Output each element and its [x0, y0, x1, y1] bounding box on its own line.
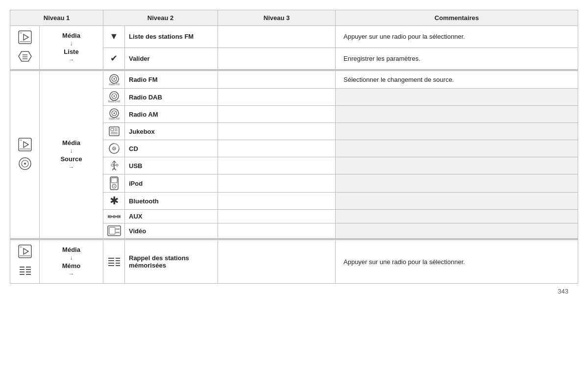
niveau2-label: Vidéo [129, 227, 146, 235]
niveau2-label-cell: Radio AM [125, 106, 218, 123]
svg-point-40 [116, 164, 118, 166]
niveau2-label: iPod [129, 180, 143, 187]
svg-rect-57 [109, 227, 115, 234]
commentaire-cell: Sélectionner le changement de source. [336, 71, 578, 89]
niveau1-icons-cell [10, 71, 40, 239]
commentaire-cell: Enregistrer les paramètres. [336, 48, 578, 70]
niveau3-cell [218, 48, 336, 70]
niveau2-icon-cell: Radio AM [103, 106, 125, 123]
niveau2-label: Bluetooth [129, 197, 159, 205]
niveau1-label2: Mémo [62, 262, 81, 270]
row-icon: ✔ [105, 53, 122, 64]
main-table: Niveau 1 Niveau 2 Niveau 3 Commentaires [10, 10, 578, 284]
row-icon: Radio FM [105, 74, 122, 86]
niveau2-label: Radio FM [129, 76, 158, 83]
commentaire-cell [336, 223, 578, 239]
niveau2-label-cell: Radio FM [125, 71, 218, 89]
niveau1-label1: Média [62, 139, 80, 147]
svg-text:Radio FM: Radio FM [109, 83, 120, 86]
niveau2-label-cell: Bluetooth [125, 193, 218, 210]
niveau2-label-cell: iPod [125, 174, 218, 193]
niveau1-label-cell: Média ↓ Mémo → [40, 240, 103, 284]
svg-point-21 [113, 96, 115, 97]
niveau3-cell [218, 174, 336, 193]
niveau1-label1: Média [62, 246, 80, 253]
niveau1-label1: Média [62, 32, 80, 39]
svg-rect-39 [111, 164, 114, 166]
svg-point-25 [113, 113, 115, 114]
niveau1-label2: Source [60, 155, 82, 163]
niveau2-icon-cell [103, 240, 125, 284]
niveau2-label: Rappel des stations mémorisées [129, 254, 189, 269]
niveau1-arrow: ↓ [70, 147, 73, 154]
niveau2-label-cell: Radio DAB [125, 89, 218, 106]
niveau1-arrow2: → [69, 56, 74, 63]
commentaire-cell [336, 210, 578, 223]
niveau2-icon-cell: ✔ [103, 48, 125, 70]
svg-marker-67 [24, 248, 28, 254]
media-icon [18, 244, 32, 260]
niveau2-icon-cell [103, 157, 125, 174]
niveau2-label-cell: USB [125, 157, 218, 174]
svg-point-17 [113, 78, 115, 79]
niveau2-icon-cell [103, 210, 125, 223]
nav-icon [18, 156, 32, 172]
niveau3-cell [218, 157, 336, 174]
niveau1-arrow2: → [69, 270, 74, 277]
row-icon: Radio AM [105, 108, 122, 121]
niveau1-arrow: ↓ [70, 40, 73, 47]
niveau3-cell [218, 240, 336, 284]
niveau1-label2: Liste [64, 48, 78, 55]
header-niveau3: Niveau 3 [218, 10, 336, 26]
niveau2-label: Valider [129, 55, 150, 62]
niveau1-icons-cell [10, 26, 40, 70]
svg-text:Radio AM: Radio AM [109, 117, 120, 120]
niveau1-label-cell: Média ↓ Source → [40, 71, 103, 239]
row-icon [105, 256, 122, 267]
niveau2-icon-cell: Radio DAB [103, 89, 125, 106]
svg-marker-9 [24, 142, 28, 147]
niveau3-cell [218, 123, 336, 140]
table-row: Média ↓ Liste → ▼Liste des stations FMAp… [10, 26, 578, 48]
niveau1-label-cell: Média ↓ Liste → [40, 26, 103, 70]
niveau3-cell [218, 193, 336, 210]
commentaire-cell [336, 123, 578, 140]
niveau2-label: USB [129, 162, 142, 170]
page-container: Niveau 1 Niveau 2 Niveau 3 Commentaires [10, 10, 578, 299]
svg-marker-1 [24, 34, 28, 40]
niveau3-cell [218, 89, 336, 106]
niveau2-label: Liste des stations FM [129, 33, 194, 40]
nav-icon [18, 263, 32, 279]
row-icon [105, 125, 122, 138]
svg-rect-27 [109, 127, 119, 136]
row-icon: ✱ [105, 195, 122, 207]
niveau1-arrow: ↓ [70, 254, 73, 261]
svg-rect-28 [111, 128, 114, 131]
row-icon [105, 225, 122, 236]
niveau2-label-cell: Jukebox [125, 123, 218, 140]
niveau2-label-cell: Liste des stations FM [125, 26, 218, 48]
niveau2-icon-cell [103, 223, 125, 239]
niveau2-label-cell: CD [125, 140, 218, 157]
commentaire-cell [336, 193, 578, 210]
niveau3-cell [218, 106, 336, 123]
svg-text:Radio DAB: Radio DAB [108, 100, 120, 103]
row-icon [105, 213, 122, 220]
svg-rect-68 [20, 246, 22, 248]
niveau3-cell [218, 210, 336, 223]
niveau2-icon-cell: ▼ [103, 26, 125, 48]
row-icon [105, 176, 122, 190]
svg-point-49 [114, 186, 115, 187]
niveau2-label-cell: AUX [125, 210, 218, 223]
niveau2-label: Radio AM [129, 111, 158, 118]
niveau2-label: AUX [129, 213, 142, 220]
header-commentaires: Commentaires [336, 10, 578, 26]
table-row: Média ↓ Source → Radio FM Radio FMSélect… [10, 71, 578, 89]
niveau1-arrow2: → [69, 164, 74, 171]
niveau3-cell [218, 26, 336, 48]
commentaire-cell [336, 106, 578, 123]
svg-rect-47 [111, 178, 117, 183]
niveau2-label-cell: Vidéo [125, 223, 218, 239]
commentaire-cell [336, 140, 578, 157]
niveau1-icons-cell [10, 240, 40, 284]
